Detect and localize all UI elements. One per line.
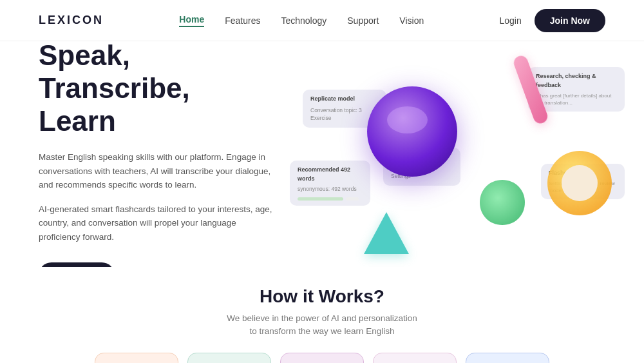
nav-home[interactable]: Home	[179, 14, 204, 27]
hero-description-2: AI-generated smart flashcards tailored t…	[39, 202, 277, 244]
nav-vision[interactable]: Vision	[399, 15, 424, 26]
nav-right: Login Join Now	[500, 9, 606, 32]
join-now-button-nav[interactable]: Join Now	[535, 9, 605, 32]
feature-card-2	[187, 353, 271, 364]
yellow-donut	[541, 144, 618, 222]
navbar: LEXICON Home Features Technology Support…	[0, 0, 644, 41]
logo: LEXICON	[39, 14, 104, 27]
feature-card-3	[280, 353, 364, 364]
how-title: How it Works?	[39, 286, 605, 307]
green-blob	[477, 177, 528, 225]
hero-visual: Replicate model Conversation topic: 3 Ex…	[283, 41, 644, 267]
progress-bar	[298, 197, 343, 201]
hero-section: Speak,Transcribe,Learn Master English sp…	[0, 41, 644, 267]
join-now-button-hero[interactable]: Join Now	[39, 262, 115, 267]
login-button[interactable]: Login	[500, 15, 522, 26]
svg-point-2	[562, 165, 598, 201]
feature-cards: 🔊	[39, 353, 605, 364]
nav-support[interactable]: Support	[347, 15, 379, 26]
hero-content: Speak,Transcribe,Learn Master English sp…	[39, 41, 277, 267]
nav-links: Home Features Technology Support Vision	[179, 14, 424, 27]
how-subtitle: We believe in the power of AI and person…	[39, 312, 605, 338]
feature-card-5	[466, 353, 549, 364]
how-section: How it Works? We believe in the power of…	[0, 267, 644, 363]
feature-card-1: 🔊	[95, 353, 178, 364]
hero-title: Speak,Transcribe,Learn	[39, 41, 277, 137]
purple-sphere	[367, 86, 457, 177]
card1-title: Replicate model	[310, 95, 379, 104]
feature-card-4	[373, 353, 457, 364]
nav-technology[interactable]: Technology	[281, 15, 327, 26]
floating-card-3: Recommended 492 words synonymous: 492 wo…	[290, 161, 370, 206]
teal-pyramid	[364, 212, 409, 254]
nav-features[interactable]: Features	[225, 15, 260, 26]
hero-description-1: Master English speaking skills with our …	[39, 150, 277, 192]
